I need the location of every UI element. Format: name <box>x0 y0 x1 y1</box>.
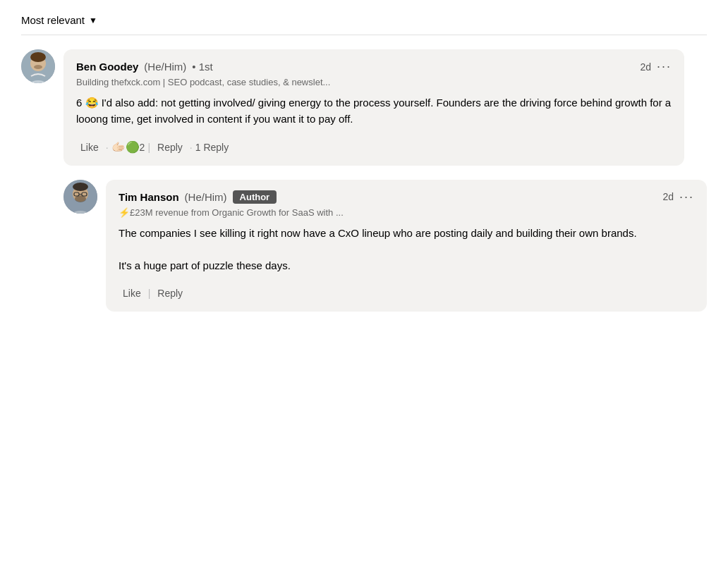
comment-header: Ben Goodey (He/Him) • 1st 2d ··· <box>76 59 672 74</box>
comment-header-left: Ben Goodey (He/Him) • 1st <box>76 61 213 73</box>
svg-point-6 <box>68 211 93 214</box>
separator-2: | <box>147 142 150 153</box>
sort-label: Most relevant <box>21 14 85 26</box>
comment-text-part-1: The companies I see killing it right now… <box>119 227 637 239</box>
avatar-tim <box>63 180 97 214</box>
reply-button-tim[interactable]: Reply <box>153 285 187 302</box>
commenter-name: Ben Goodey <box>76 61 138 73</box>
comment-item-nested: Tim Hanson (He/Him) Author 2d ··· ⚡£23M … <box>63 180 707 312</box>
comment-actions: Like · 🫱🏻 🟢 2 | Reply · 1 Reply <box>76 136 672 156</box>
svg-point-1 <box>25 80 51 83</box>
comment-thread: Ben Goodey (He/Him) • 1st 2d ··· Buildin… <box>21 49 707 317</box>
reaction-emoji: 🫱🏻 <box>111 140 126 154</box>
commenter-degree: • 1st <box>192 61 212 73</box>
comment-text-tim: The companies I see killing it right now… <box>119 225 694 274</box>
comments-section: Most relevant ▼ <box>21 14 707 317</box>
comment-meta-right-tim: 2d ··· <box>662 190 694 204</box>
commenter-name-tim: Tim Hanson <box>119 191 179 203</box>
commenter-subtitle-tim: ⚡£23M revenue from Organic Growth for Sa… <box>119 207 694 218</box>
comment-text: 6 😂 I'd also add: not getting involved/ … <box>76 94 672 128</box>
time-ago: 2d <box>640 61 651 73</box>
comment-meta-right: 2d ··· <box>640 59 672 74</box>
like-button-tim[interactable]: Like <box>119 285 145 302</box>
nested-comment-section: Tim Hanson (He/Him) Author 2d ··· ⚡£23M … <box>63 180 707 318</box>
comment-actions-tim: Like | Reply <box>119 282 694 302</box>
more-options-button[interactable]: ··· <box>657 59 672 74</box>
comment-item: Ben Goodey (He/Him) • 1st 2d ··· Buildin… <box>21 49 707 166</box>
commenter-subtitle: Building thefxck.com | SEO podcast, case… <box>76 77 672 87</box>
comment-text-part-2: It's a huge part of puzzle these days. <box>119 259 291 271</box>
commenter-pronouns-tim: (He/Him) <box>185 191 227 203</box>
svg-point-4 <box>34 65 42 69</box>
sort-bar[interactable]: Most relevant ▼ <box>21 14 707 35</box>
time-ago-tim: 2d <box>662 191 674 202</box>
chevron-down-icon: ▼ <box>89 16 97 25</box>
reply-count: 1 Reply <box>195 142 229 153</box>
reaction-count: 2 <box>140 142 145 153</box>
comment-header-nested: Tim Hanson (He/Him) Author 2d ··· <box>119 190 694 204</box>
comment-header-left-nested: Tim Hanson (He/Him) Author <box>119 190 277 204</box>
author-badge: Author <box>233 190 277 204</box>
comment-bubble-nested: Tim Hanson (He/Him) Author 2d ··· ⚡£23M … <box>106 180 707 312</box>
separator: · <box>106 142 109 153</box>
commenter-pronouns: (He/Him) <box>144 61 186 73</box>
separator-3: · <box>190 142 193 153</box>
svg-point-3 <box>30 52 46 62</box>
more-options-button-tim[interactable]: ··· <box>679 190 694 204</box>
avatar <box>21 49 55 83</box>
like-button[interactable]: Like <box>76 139 103 156</box>
comment-bubble: Ben Goodey (He/Him) • 1st 2d ··· Buildin… <box>63 49 684 166</box>
reply-button[interactable]: Reply <box>153 139 187 156</box>
svg-point-8 <box>73 183 88 191</box>
reaction-emoji-2: 🟢 <box>126 140 140 154</box>
separator-tim: | <box>148 288 151 299</box>
